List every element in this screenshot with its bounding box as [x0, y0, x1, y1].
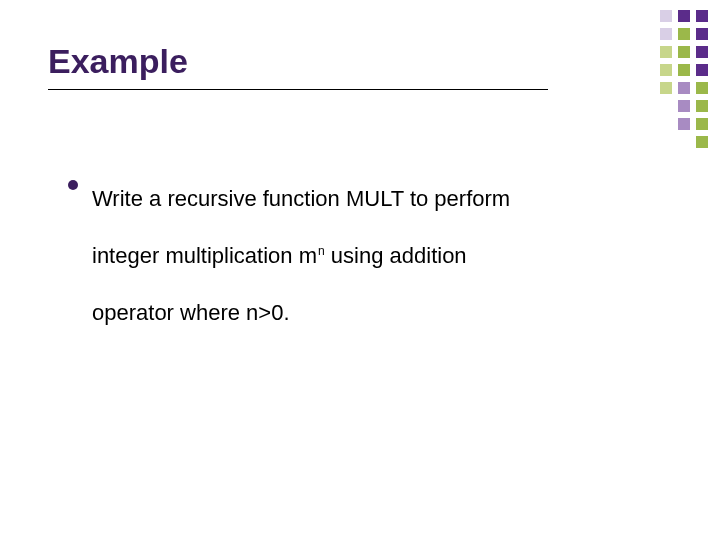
- deco-dot: [660, 64, 672, 76]
- deco-dot: [696, 28, 708, 40]
- title-block: Example: [48, 42, 548, 90]
- deco-dot: [696, 118, 708, 130]
- deco-dot: [696, 10, 708, 22]
- deco-dot: [696, 82, 708, 94]
- deco-dot: [660, 46, 672, 58]
- slide-body: Write a recursive function MULT to perfo…: [68, 170, 668, 342]
- deco-dot: [678, 100, 690, 112]
- deco-dot: [696, 64, 708, 76]
- slide-title: Example: [48, 42, 548, 81]
- deco-dot: [696, 46, 708, 58]
- corner-decoration: [660, 10, 708, 148]
- bullet-text: Write a recursive function MULT to perfo…: [92, 170, 668, 342]
- body-line-1: Write a recursive function MULT to perfo…: [92, 186, 510, 211]
- deco-dot: [696, 136, 708, 148]
- deco-dot: [696, 100, 708, 112]
- body-line-3: operator where n>0.: [92, 300, 290, 325]
- deco-dot: [660, 28, 672, 40]
- superscript-n: n: [317, 244, 325, 258]
- deco-dot: [678, 10, 690, 22]
- deco-dot: [678, 46, 690, 58]
- bullet-icon: [68, 180, 78, 190]
- deco-dot: [678, 28, 690, 40]
- body-line-2b: using addition: [325, 243, 467, 268]
- bullet-item: Write a recursive function MULT to perfo…: [68, 170, 668, 342]
- deco-dot: [678, 118, 690, 130]
- deco-dot: [678, 64, 690, 76]
- deco-dot: [660, 10, 672, 22]
- body-line-2a: integer multiplication m: [92, 243, 317, 268]
- deco-dot: [660, 82, 672, 94]
- deco-dot: [678, 82, 690, 94]
